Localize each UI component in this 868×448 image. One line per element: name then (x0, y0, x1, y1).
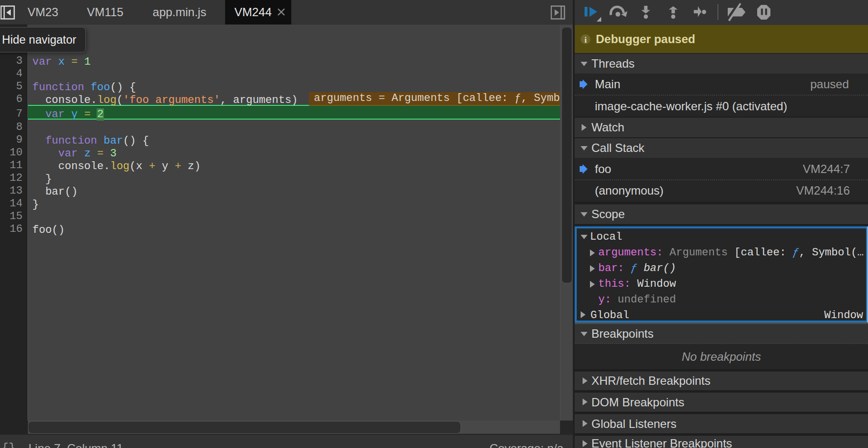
svg-text:i: i (585, 35, 587, 45)
